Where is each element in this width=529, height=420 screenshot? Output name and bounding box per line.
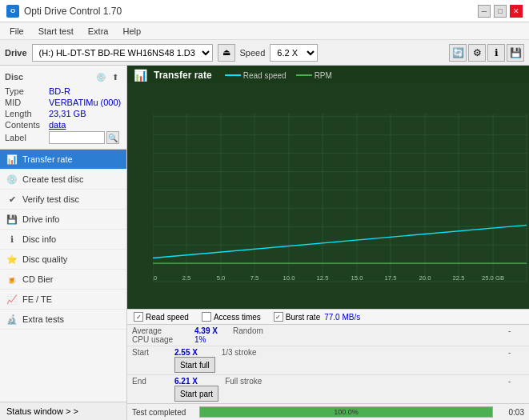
maximize-button[interactable]: □ xyxy=(494,5,507,18)
extra-tests-icon: 🔬 xyxy=(6,314,18,325)
stat-1-3-label: 1/3 stroke xyxy=(222,348,270,357)
nav-item-extra-tests[interactable]: 🔬 Extra tests xyxy=(0,310,126,330)
svg-text:10.0: 10.0 xyxy=(283,274,295,282)
checkbox-read-speed[interactable]: Read speed xyxy=(134,312,189,322)
fe-te-icon: 📈 xyxy=(6,294,18,305)
timer-text: 0:03 xyxy=(496,408,524,417)
eject-button[interactable]: ⏏ xyxy=(218,44,235,62)
checkbox-access-times[interactable]: Access times xyxy=(202,312,261,322)
access-times-check-label: Access times xyxy=(214,313,261,322)
nav-label-transfer-rate: Transfer rate xyxy=(22,154,73,164)
type-value: BD-R xyxy=(49,86,70,96)
disc-icon2[interactable]: ⬆ xyxy=(109,70,122,83)
menu-extra[interactable]: Extra xyxy=(82,25,115,38)
verify-test-disc-icon: ✔ xyxy=(6,194,18,205)
speed-label: Speed xyxy=(240,48,266,58)
speed-select[interactable]: 6.2 X 4 X 8 X xyxy=(270,44,318,62)
stat-cpu-value: 1% xyxy=(194,335,218,344)
type-label: Type xyxy=(5,86,49,96)
refresh-button[interactable]: 🔄 xyxy=(449,44,467,62)
svg-rect-0 xyxy=(153,114,527,282)
nav-item-disc-quality[interactable]: ⭐ Disc quality xyxy=(0,250,126,270)
svg-text:25.0 GB: 25.0 GB xyxy=(482,274,504,282)
nav-item-cd-bier[interactable]: 🍺 CD Bier xyxy=(0,270,126,290)
progress-area: Test completed 100.0% 0:03 xyxy=(127,403,529,420)
disc-icon1[interactable]: 💿 xyxy=(94,70,107,83)
label-input[interactable] xyxy=(49,131,105,144)
mid-value: VERBATIMu (000) xyxy=(49,98,121,107)
start-part-button[interactable]: Start part xyxy=(174,386,218,402)
mid-label: MID xyxy=(5,98,49,107)
burst-rate-check-label: Burst rate xyxy=(286,313,320,322)
nav-item-verify-test-disc[interactable]: ✔ Verify test disc xyxy=(0,190,126,210)
transfer-rate-icon: 📊 xyxy=(6,154,18,165)
legend-read-speed-color xyxy=(225,74,241,76)
checkbox-burst-rate[interactable]: Burst rate 77.0 MB/s xyxy=(274,312,360,322)
save-button[interactable]: 💾 xyxy=(507,44,524,62)
app-title: Opti Drive Control 1.70 xyxy=(24,6,122,17)
stats-row-2: Start 2.55 X 1/3 stroke - Start full xyxy=(127,346,529,375)
minimize-button[interactable]: ─ xyxy=(478,5,491,18)
nav-item-create-test-disc[interactable]: 💿 Create test disc xyxy=(0,170,126,190)
status-window-button[interactable]: Status window > > xyxy=(0,402,126,420)
chart-container: 18 X 16 X 14 X 12 X 10 X 8 X 6 X 4 X 2 X… xyxy=(127,83,529,309)
nav-items: 📊 Transfer rate 💿 Create test disc ✔ Ver… xyxy=(0,150,126,402)
nav-item-fe-te[interactable]: 📈 FE / TE xyxy=(0,290,126,310)
stat-random-label: Random xyxy=(233,326,281,335)
access-times-checkbox[interactable] xyxy=(202,312,211,322)
titlebar: O Opti Drive Control 1.70 ─ □ ✕ xyxy=(0,0,529,22)
read-speed-checkbox[interactable] xyxy=(134,312,143,322)
stat-average-value: 4.39 X xyxy=(194,326,226,335)
disc-header-label: Disc xyxy=(5,72,23,82)
stat-average-label: Average xyxy=(132,326,168,335)
svg-text:2.5: 2.5 xyxy=(182,274,191,282)
contents-label: Contents xyxy=(5,120,49,130)
label-search-button[interactable]: 🔍 xyxy=(106,131,119,144)
app-icon: O xyxy=(6,5,19,18)
sidebar: Disc 💿 ⬆ Type BD-R MID VERBATIMu (000) L… xyxy=(0,66,127,420)
content-area: 📊 Transfer rate Read speed RPM xyxy=(127,66,529,420)
svg-text:7.5: 7.5 xyxy=(250,274,259,282)
menubar: File Start test Extra Help xyxy=(0,22,529,40)
close-button[interactable]: ✕ xyxy=(510,5,523,18)
cd-bier-icon: 🍺 xyxy=(6,274,18,285)
nav-label-create-test-disc: Create test disc xyxy=(22,174,83,184)
stats-row-3: End 6.21 X Full stroke - Start part xyxy=(127,375,529,403)
menu-file[interactable]: File xyxy=(3,25,30,38)
chart-title-icon: 📊 xyxy=(134,69,147,82)
legend-row: Read speed Access times Burst rate 77.0 … xyxy=(127,310,529,325)
svg-text:22.5: 22.5 xyxy=(453,274,465,282)
stat-end-value: 6.21 X xyxy=(174,377,206,386)
read-speed-check-label: Read speed xyxy=(146,313,189,322)
menu-help[interactable]: Help xyxy=(116,25,147,38)
nav-item-transfer-rate[interactable]: 📊 Transfer rate xyxy=(0,150,126,170)
chart-header: 📊 Transfer rate Read speed RPM xyxy=(127,66,529,83)
create-test-disc-icon: 💿 xyxy=(6,174,18,185)
nav-item-drive-info[interactable]: 💾 Drive info xyxy=(0,210,126,230)
stat-end-label: End xyxy=(132,377,168,386)
info-button[interactable]: ℹ xyxy=(487,44,505,62)
svg-text:20.0: 20.0 xyxy=(419,274,431,282)
nav-label-fe-te: FE / TE xyxy=(22,294,52,304)
svg-text:17.5: 17.5 xyxy=(385,274,397,282)
status-text: Test completed xyxy=(132,408,196,417)
menu-start-test[interactable]: Start test xyxy=(32,25,80,38)
chart-legend: Read speed RPM xyxy=(225,71,332,80)
nav-item-disc-info[interactable]: ℹ Disc info xyxy=(0,230,126,250)
legend-rpm-label: RPM xyxy=(315,71,332,80)
settings-button[interactable]: ⚙ xyxy=(468,44,486,62)
progress-percent: 100.0% xyxy=(334,408,359,416)
nav-label-cd-bier: CD Bier xyxy=(22,274,54,284)
burst-rate-checkbox[interactable] xyxy=(274,312,283,322)
start-full-button[interactable]: Start full xyxy=(174,357,215,373)
legend-read-speed-label: Read speed xyxy=(243,71,287,80)
burst-rate-value: 77.0 MB/s xyxy=(324,313,360,322)
status-window-label: Status window > > xyxy=(6,406,78,416)
drive-select[interactable]: (H:) HL-DT-ST BD-RE WH16NS48 1.D3 xyxy=(32,44,213,62)
contents-value[interactable]: data xyxy=(49,120,66,130)
svg-text:15.0: 15.0 xyxy=(351,274,363,282)
stat-full-value: - xyxy=(508,377,524,386)
stats-row-1: Average 4.39 X Random - CPU usage 1% xyxy=(127,325,529,346)
length-value: 23,31 GB xyxy=(49,109,86,118)
disc-quality-icon: ⭐ xyxy=(6,254,18,265)
